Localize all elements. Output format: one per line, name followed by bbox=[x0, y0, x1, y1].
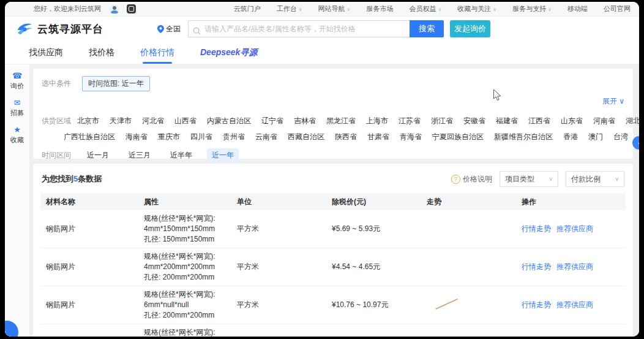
region-options-line1: 北京市天津市河北省山西省内蒙古自治区辽宁省吉林省黑龙江省上海市江苏省浙江省安徽省… bbox=[77, 116, 639, 126]
topbar-link[interactable]: 公司官网 bbox=[604, 4, 631, 13]
user-avatar[interactable] bbox=[110, 4, 119, 14]
region-option[interactable]: 山东省 bbox=[561, 116, 583, 126]
region-option[interactable]: 甘肃省 bbox=[367, 132, 389, 142]
topbar-link[interactable]: 网站导航∨ bbox=[318, 4, 351, 13]
tab-bar: 找供应商 找价格 价格行情 Deepseek寻源 bbox=[5, 41, 639, 64]
trend-cell bbox=[421, 297, 516, 313]
expand-row: 展开 ∨ bbox=[42, 94, 624, 109]
region-option[interactable]: 内蒙古自治区 bbox=[207, 116, 251, 126]
chevron-down-icon: ∨ bbox=[549, 176, 553, 182]
tab-find-prices[interactable]: 找价格 bbox=[89, 41, 114, 64]
region-option[interactable]: 辽宁省 bbox=[261, 116, 283, 126]
results-summary: 为您找到5条数据 bbox=[42, 173, 102, 185]
app-grid-icon[interactable] bbox=[127, 4, 136, 13]
spec-line: 4mm*150mm*150mm bbox=[144, 224, 231, 234]
main-content: 选中条件 时间范围: 近一年 展开 ∨ 供货区域 北京市天津市河北省山西省内蒙古… bbox=[33, 69, 633, 337]
time-range-option[interactable]: 近一月 bbox=[82, 148, 114, 162]
region-option[interactable]: 青海省 bbox=[400, 132, 422, 142]
market-trend-link[interactable]: 行情走势 bbox=[522, 262, 551, 272]
spec-line: 规格(丝径*网长*网宽): bbox=[144, 251, 231, 262]
price-explanation[interactable]: ? 价格说明 bbox=[451, 174, 492, 185]
payment-ratio-select[interactable]: 付款比例∨ bbox=[566, 171, 624, 187]
spec-line: 孔径: 200mm*200mm bbox=[144, 310, 231, 321]
tab-find-suppliers[interactable]: 找供应商 bbox=[29, 41, 63, 64]
tab-deepseek-sourcing[interactable]: Deepseek寻源 bbox=[200, 41, 257, 64]
col-trend: 走势 bbox=[421, 197, 516, 207]
material-name: 钢筋网片 bbox=[40, 300, 138, 310]
col-actions: 操作 bbox=[516, 197, 626, 207]
region-option[interactable]: 香港 bbox=[563, 132, 578, 142]
region-option[interactable]: 海南省 bbox=[125, 132, 148, 142]
recommend-supplier-link[interactable]: 推荐供应商 bbox=[556, 262, 593, 272]
search-button[interactable]: 搜索 bbox=[410, 20, 444, 37]
market-trend-link[interactable]: 行情走势 bbox=[522, 300, 551, 310]
topbar-link[interactable]: 收藏与关注∨ bbox=[457, 4, 496, 13]
region-option[interactable]: 新疆维吾尔自治区 bbox=[494, 132, 553, 142]
topbar-link[interactable]: 云筑门户 bbox=[234, 4, 261, 13]
region-option[interactable]: 宁夏回族自治区 bbox=[432, 132, 484, 142]
sidebar-item-favorites[interactable]: ★ 收藏 bbox=[10, 126, 24, 145]
region-option[interactable]: 上海市 bbox=[366, 116, 388, 126]
spec-line: 4mm*200mm*200mm bbox=[144, 262, 231, 272]
region-option[interactable]: 江苏省 bbox=[399, 116, 421, 126]
expand-toggle[interactable]: 展开 ∨ bbox=[602, 96, 624, 107]
chevron-down-icon: ∨ bbox=[493, 7, 496, 12]
region-option[interactable]: 重庆市 bbox=[158, 132, 180, 142]
region-option[interactable]: 台湾 bbox=[613, 132, 628, 142]
region-option[interactable]: 广西壮族自治区 bbox=[64, 132, 115, 142]
search-box: 搜索 bbox=[188, 20, 444, 37]
region-option[interactable]: 浙江省 bbox=[431, 116, 453, 126]
topbar-link[interactable]: 工作台∨ bbox=[277, 4, 302, 13]
region-option[interactable]: 陕西省 bbox=[335, 132, 357, 142]
region-option[interactable]: 河南省 bbox=[593, 116, 615, 126]
col-price-ex-tax: 除税价(元) bbox=[326, 197, 421, 207]
time-range-option[interactable]: 近三月 bbox=[124, 148, 155, 162]
spec-line: 规格(丝径*网长*网宽): bbox=[144, 213, 231, 224]
table-header: 材料名称 属性 单位 除税价(元) 走势 操作 bbox=[40, 193, 626, 210]
tab-price-trends[interactable]: 价格行情 bbox=[140, 41, 174, 64]
sidebar-item-inquiry[interactable]: ☎ 询价 bbox=[10, 72, 24, 91]
time-range-row: 时间区间 近一月近三月近半年近一年 bbox=[42, 148, 624, 162]
region-option[interactable]: 福建省 bbox=[496, 116, 518, 126]
logo[interactable]: 云筑寻源平台 bbox=[16, 21, 103, 37]
region-option[interactable]: 山西省 bbox=[174, 116, 197, 126]
region-option[interactable]: 安徽省 bbox=[463, 116, 485, 126]
time-range-option[interactable]: 近半年 bbox=[165, 148, 197, 162]
browser-viewport: 您好，欢迎来到云筑网 云筑门户工作台∨网站导航∨服务市场会员权益∨收藏与关注∨服… bbox=[5, 2, 639, 337]
recommend-supplier-link[interactable]: 推荐供应商 bbox=[556, 224, 593, 234]
region-option[interactable]: 河北省 bbox=[142, 116, 164, 126]
region-option[interactable]: 四川省 bbox=[190, 132, 212, 142]
search-input[interactable] bbox=[188, 20, 410, 37]
price-range-cell: ¥10.76 ~ 10.97元 bbox=[326, 300, 421, 310]
region-option[interactable]: 黑龙江省 bbox=[326, 116, 356, 126]
region-option[interactable]: 云南省 bbox=[255, 132, 277, 142]
region-option[interactable]: 西藏自治区 bbox=[288, 132, 324, 142]
region-selector[interactable]: 全国 bbox=[157, 24, 181, 34]
sidebar-item-recruit[interactable]: ✉ 招募 bbox=[10, 99, 24, 118]
recommend-supplier-link[interactable]: 推荐供应商 bbox=[556, 300, 593, 310]
start-inquiry-button[interactable]: 发起询价 bbox=[450, 20, 490, 37]
region-option[interactable]: 贵州省 bbox=[223, 132, 245, 142]
topbar-link[interactable]: 服务与支持∨ bbox=[512, 4, 552, 13]
region-option[interactable]: 澳门 bbox=[588, 132, 603, 142]
topbar-link[interactable]: 服务市场 bbox=[366, 4, 393, 13]
region-option[interactable]: 江西省 bbox=[528, 116, 550, 126]
price-range-cell: ¥5.69 ~ 5.93元 bbox=[326, 224, 421, 234]
topbar-link[interactable]: 移动端 bbox=[567, 4, 588, 13]
region-option[interactable]: 北京市 bbox=[77, 116, 99, 126]
topbar-link[interactable]: 会员权益∨ bbox=[409, 4, 441, 13]
market-trend-link[interactable]: 行情走势 bbox=[522, 224, 551, 234]
sidebar-item-label: 询价 bbox=[10, 82, 24, 91]
time-range-filter-tag[interactable]: 时间范围: 近一年 bbox=[82, 76, 150, 91]
supply-region-row: 供货区域 北京市天津市河北省山西省内蒙古自治区辽宁省吉林省黑龙江省上海市江苏省浙… bbox=[42, 116, 624, 126]
trend-sparkline-up bbox=[434, 297, 460, 311]
table-row: 钢筋网片 规格(丝径*网长*网宽): 6mm*null*null 孔径: 200… bbox=[40, 286, 626, 324]
spec-line: 6mm*null*null bbox=[144, 300, 231, 310]
time-range-option[interactable]: 近一年 bbox=[207, 148, 239, 162]
project-type-select[interactable]: 项目类型∨ bbox=[500, 171, 558, 187]
col-unit: 单位 bbox=[231, 197, 326, 207]
chevron-down-icon: ∨ bbox=[615, 176, 619, 182]
region-option[interactable]: 湖北省 bbox=[626, 116, 639, 126]
region-option[interactable]: 天津市 bbox=[110, 116, 132, 126]
region-option[interactable]: 吉林省 bbox=[294, 116, 316, 126]
